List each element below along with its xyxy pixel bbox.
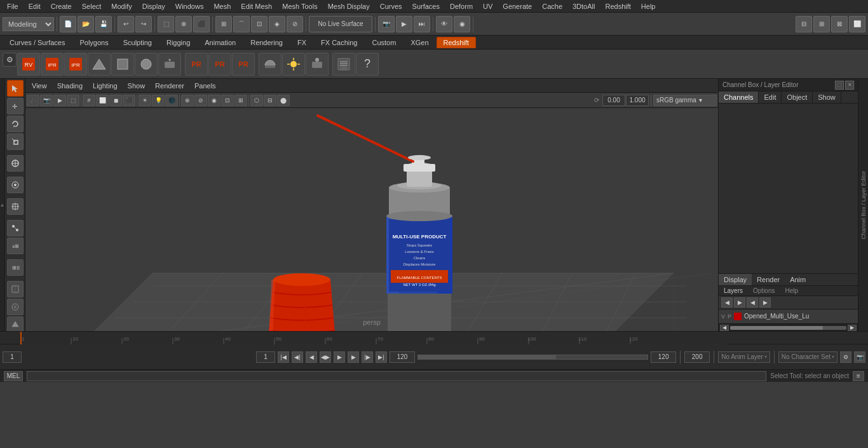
anim-settings-btn[interactable]: ⚙ bbox=[840, 351, 851, 363]
layer-v-flag[interactable]: V bbox=[721, 313, 725, 320]
menu-edit-mesh[interactable]: Edit Mesh bbox=[236, 1, 276, 11]
shelf-icon-sun[interactable] bbox=[282, 53, 305, 76]
shelf-icon-ipr[interactable]: IPR bbox=[41, 53, 64, 76]
toolbar-live-surface[interactable]: No Live Surface bbox=[309, 16, 372, 32]
vp-wireframe[interactable]: ⬜ bbox=[96, 95, 109, 106]
shelf-tab-curves-surfaces[interactable]: Curves / Surfaces bbox=[3, 37, 72, 48]
menu-curves[interactable]: Curves bbox=[376, 1, 407, 11]
max-end-input[interactable] bbox=[684, 351, 710, 363]
vp-bones[interactable]: ⬤ bbox=[277, 95, 290, 106]
toolbar-layout4[interactable]: ⬜ bbox=[849, 16, 865, 32]
vp-grid[interactable]: # bbox=[83, 95, 95, 106]
vp-gamma-select[interactable]: sRGB gamma ▾ bbox=[653, 95, 717, 106]
btn-prev-key[interactable]: ◀| bbox=[292, 351, 303, 363]
toolbar-new[interactable]: 📄 bbox=[60, 16, 76, 32]
vp-view-menu[interactable]: View bbox=[28, 81, 51, 91]
layer-subtab-layers[interactable]: Layers bbox=[719, 286, 748, 295]
shelf-icon-help[interactable]: ? bbox=[356, 53, 379, 76]
left-collapse-bar[interactable]: ▲ bbox=[0, 79, 5, 331]
channel-box-vert-tab[interactable]: Channel Box / Layer Editor bbox=[859, 166, 868, 245]
shelf-icon-rs1[interactable] bbox=[88, 53, 111, 76]
anim-camera-btn[interactable]: 📷 bbox=[854, 351, 865, 363]
tool-universal[interactable] bbox=[7, 155, 24, 172]
toolbar-layout2[interactable]: ⊞ bbox=[813, 16, 830, 32]
toolbar-snap-live[interactable]: ⊘ bbox=[287, 16, 303, 32]
btn-play-fwd[interactable]: ▶ bbox=[334, 351, 345, 363]
toolbar-render-seq[interactable]: ⏭ bbox=[414, 16, 430, 32]
vp-lights2[interactable]: 💡 bbox=[152, 95, 165, 106]
vp-shading-menu[interactable]: Shading bbox=[53, 81, 86, 91]
workspace-select[interactable]: Modeling Rigging Animation FX Rendering bbox=[3, 17, 54, 31]
mel-python-toggle[interactable]: MEL bbox=[4, 371, 23, 381]
layer-tab-display[interactable]: Display bbox=[719, 274, 752, 285]
char-set-select[interactable]: No Character Set ▾ bbox=[778, 351, 837, 363]
layer-subtab-options[interactable]: Options bbox=[748, 286, 780, 295]
shelf-icon-rs5[interactable] bbox=[306, 53, 329, 76]
shelf-icon-rs4[interactable] bbox=[158, 53, 181, 76]
tool-bottom2[interactable] bbox=[7, 299, 24, 315]
menu-3dtoall[interactable]: 3DtoAll bbox=[568, 1, 599, 11]
toolbar-render-cam[interactable]: 📷 bbox=[378, 16, 395, 32]
vp-renderer-menu[interactable]: Renderer bbox=[151, 81, 188, 91]
command-line[interactable] bbox=[27, 371, 766, 381]
layer-tab-render[interactable]: Render bbox=[752, 274, 785, 285]
menu-mesh-display[interactable]: Mesh Display bbox=[323, 1, 374, 11]
shelf-tab-rigging[interactable]: Rigging bbox=[159, 37, 197, 48]
layer-btn-left[interactable]: ◀ bbox=[747, 297, 758, 308]
menu-cache[interactable]: Cache bbox=[538, 1, 567, 11]
toolbar-hypershade[interactable]: ◉ bbox=[454, 16, 470, 32]
tool-show-manipulator[interactable] bbox=[7, 198, 24, 215]
vp-show2[interactable]: ⊘ bbox=[194, 95, 207, 106]
tool-bottom3[interactable] bbox=[7, 316, 24, 331]
menu-windows[interactable]: Windows bbox=[171, 1, 208, 11]
menu-help[interactable]: Help bbox=[637, 1, 660, 11]
layer-color-swatch[interactable] bbox=[734, 313, 742, 320]
vp-lighting-menu[interactable]: Lighting bbox=[89, 81, 121, 91]
current-frame-input[interactable] bbox=[3, 351, 22, 363]
toolbar-ipr[interactable]: ▶ bbox=[396, 16, 412, 32]
vp-show4[interactable]: ⊡ bbox=[221, 95, 234, 106]
shelf-icon-ipr2[interactable]: IPR bbox=[64, 53, 87, 76]
toolbar-select[interactable]: ⬚ bbox=[158, 16, 174, 32]
ch-tab-channels[interactable]: Channels bbox=[719, 92, 759, 103]
layer-tab-anim[interactable]: Anim bbox=[785, 274, 811, 285]
toolbar-layout[interactable]: ⊟ bbox=[796, 16, 812, 32]
scroll-track[interactable] bbox=[730, 326, 846, 330]
shelf-icon-pr1[interactable]: PR bbox=[185, 53, 208, 76]
menu-display[interactable]: Display bbox=[138, 1, 170, 11]
shelf-tab-fx-caching[interactable]: FX Caching bbox=[314, 37, 364, 48]
timeline-ruler[interactable]: 1 10 20 30 40 50 60 70 80 90 1 bbox=[20, 332, 728, 344]
menu-mesh[interactable]: Mesh bbox=[209, 1, 235, 11]
btn-prev-frame[interactable]: ◀ bbox=[306, 351, 317, 363]
vp-lights1[interactable]: ☀ bbox=[139, 95, 151, 106]
shelf-icon-rs3[interactable] bbox=[135, 53, 158, 76]
vp-zoom-value[interactable] bbox=[602, 95, 625, 106]
toolbar-lasso[interactable]: ⊕ bbox=[175, 16, 192, 32]
shelf-tab-redshift[interactable]: Redshift bbox=[437, 37, 476, 48]
layer-p-flag[interactable]: P bbox=[728, 313, 731, 320]
tool-soft-select[interactable] bbox=[7, 177, 24, 193]
toolbar-show-hide[interactable]: 👁 bbox=[436, 16, 452, 32]
tool-bottom1[interactable] bbox=[7, 281, 24, 297]
tool-plus-minus[interactable]: ±⊞ bbox=[7, 238, 24, 254]
menu-generate[interactable]: Generate bbox=[498, 1, 536, 11]
vp-cam3[interactable]: ▶ bbox=[53, 95, 66, 106]
range-bar[interactable] bbox=[417, 355, 648, 360]
ch-tab-edit[interactable]: Edit bbox=[759, 92, 782, 103]
canvas-area[interactable]: MULTI-USE PRODUCT Stops Squeaks Loosens … bbox=[25, 108, 718, 331]
tool-rotate[interactable] bbox=[7, 116, 24, 132]
vp-select[interactable]: ⬚ bbox=[67, 95, 79, 106]
toolbar-save[interactable]: 💾 bbox=[95, 16, 112, 32]
toolbar-snap-point[interactable]: ⊡ bbox=[251, 16, 268, 32]
btn-next-key[interactable]: |▶ bbox=[362, 351, 373, 363]
toolbar-snap-surface[interactable]: ◈ bbox=[269, 16, 285, 32]
vp-smooth[interactable]: ◼ bbox=[109, 95, 122, 106]
shelf-tab-custom[interactable]: Custom bbox=[365, 37, 403, 48]
menu-deform[interactable]: Deform bbox=[445, 1, 477, 11]
btn-next-frame[interactable]: ▶ bbox=[348, 351, 359, 363]
vp-cam1[interactable]: 🎥 bbox=[27, 95, 39, 106]
btn-go-end[interactable]: ▶| bbox=[376, 351, 387, 363]
shelf-icon-rv[interactable]: RV bbox=[17, 53, 40, 76]
anim-layer-select[interactable]: No Anim Layer ▾ bbox=[718, 351, 770, 363]
menu-edit[interactable]: Edit bbox=[24, 1, 45, 11]
